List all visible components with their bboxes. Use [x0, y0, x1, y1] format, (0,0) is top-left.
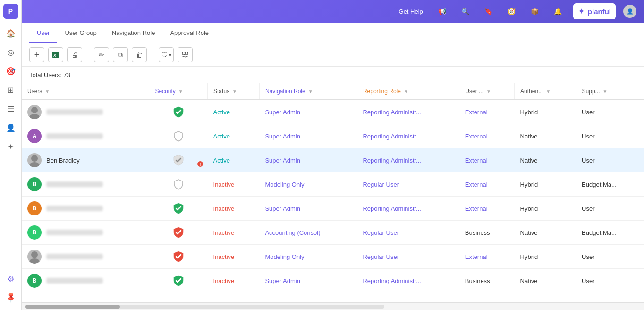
cell-nav-role[interactable]: Super Admin — [259, 124, 357, 148]
svg-point-5 — [29, 114, 40, 119]
delete-button[interactable]: 🗑 — [132, 47, 147, 62]
cell-nav-role[interactable]: Modeling Only — [259, 245, 357, 269]
planful-logo: ✦ planful — [573, 3, 616, 19]
page-area: User User Group Navigation Role Approval… — [22, 23, 644, 310]
cell-reporting-role[interactable]: Regular User — [357, 245, 459, 269]
table-container[interactable]: Users ▼ Security ▼ Statu — [22, 83, 644, 302]
cell-reporting-role[interactable]: Reporting Administr... — [357, 197, 459, 221]
cell-status: Active — [208, 100, 260, 124]
table-row[interactable]: A Active Super Admin Reporting Administr… — [22, 124, 644, 148]
users-table: Users ▼ Security ▼ Statu — [22, 83, 644, 293]
sidebar-item-settings[interactable]: ⚙ — [2, 270, 19, 287]
cell-security — [149, 197, 208, 221]
cell-nav-role[interactable]: Accounting (Consol) — [259, 221, 357, 245]
table-row[interactable]: B Inactive Super Admin Reporting Adminis… — [22, 197, 644, 221]
compass-button[interactable]: 🧭 — [504, 6, 519, 17]
sidebar-item-star[interactable]: ✦ — [2, 138, 19, 155]
cell-user-type: External — [459, 100, 515, 124]
cell-nav-role[interactable]: Super Admin — [259, 100, 357, 124]
edit-button[interactable]: ✏ — [94, 47, 109, 62]
svg-point-4 — [31, 107, 38, 113]
svg-point-11 — [29, 258, 40, 264]
cell-status: Inactive — [208, 245, 260, 269]
sidebar-item-home[interactable]: 🏠 — [2, 25, 19, 42]
horizontal-scrollbar-track[interactable] — [25, 305, 384, 309]
get-help-button[interactable]: Get Help — [395, 6, 427, 17]
bell-button[interactable]: 🔔 — [550, 6, 566, 17]
sidebar-item-circle[interactable]: ◎ — [2, 43, 19, 60]
cell-support: Budget Ma... — [576, 172, 644, 197]
cell-nav-role[interactable]: Super Admin — [259, 197, 357, 221]
user-avatar: B — [27, 177, 42, 191]
cell-user-type: Business — [459, 269, 515, 293]
filter-icon-auth[interactable]: ▼ — [546, 89, 551, 94]
cell-auth: Hybrid — [515, 245, 576, 269]
sidebar-item-grid[interactable]: ⊞ — [2, 81, 19, 98]
cell-auth: Native — [515, 148, 576, 172]
bookmark-button[interactable]: 🔖 — [481, 6, 496, 17]
sidebar-item-pin[interactable]: 📌 — [2, 289, 19, 306]
cell-user-type: External — [459, 124, 515, 148]
shield-dropdown-arrow: ▾ — [169, 52, 171, 58]
table-row[interactable]: Ben Bradley ! Active Super Admin Reporti… — [22, 148, 644, 172]
cube-button[interactable]: 📦 — [527, 6, 542, 17]
cell-reporting-role[interactable]: Reporting Administr... — [357, 100, 459, 124]
cell-status: Inactive — [208, 269, 260, 293]
tab-approval-role[interactable]: Approval Role — [162, 24, 216, 43]
cell-nav-role[interactable]: Modeling Only — [259, 172, 357, 197]
announcement-button[interactable]: 📢 — [434, 6, 450, 17]
cell-reporting-role[interactable]: Reporting Administr... — [357, 269, 459, 293]
table-row[interactable]: B Inactive Accounting (Consol) Regular U… — [22, 221, 644, 245]
sidebar-bottom: ⚙ 📌 — [2, 270, 19, 310]
filter-icon-nav-role[interactable]: ▼ — [308, 89, 313, 94]
cell-reporting-role[interactable]: Regular User — [357, 172, 459, 197]
col-user-type: User ... ▼ — [459, 83, 515, 100]
print-button[interactable]: 🖨 — [67, 47, 82, 62]
col-reporting-role: Reporting Role ▼ — [357, 83, 459, 100]
horizontal-scrollbar-thumb[interactable] — [25, 305, 120, 309]
table-row[interactable]: Active Super Admin Reporting Administr..… — [22, 100, 644, 124]
filter-icon-reporting-role[interactable]: ▼ — [404, 89, 408, 94]
user-avatar — [27, 250, 42, 264]
bottom-scroll-area[interactable] — [22, 302, 644, 310]
filter-icon-status[interactable]: ▼ — [232, 89, 237, 94]
cell-reporting-role[interactable]: Regular User — [357, 221, 459, 245]
tab-navigation-role[interactable]: Navigation Role — [104, 24, 163, 43]
cell-nav-role[interactable]: Super Admin — [259, 269, 357, 293]
user-avatar: B — [27, 274, 42, 288]
tab-user[interactable]: User — [29, 24, 57, 43]
sidebar-item-user[interactable]: 👤 — [2, 119, 19, 136]
sidebar-item-target[interactable]: 🎯 — [2, 62, 19, 79]
svg-point-10 — [31, 251, 38, 258]
cell-reporting-role[interactable]: Reporting Administr... — [357, 124, 459, 148]
filter-icon-security[interactable]: ▼ — [178, 89, 183, 94]
cell-user: B — [22, 221, 149, 245]
table-row[interactable]: Inactive Modeling Only Regular User Exte… — [22, 245, 644, 269]
user-name-blurred — [46, 278, 103, 284]
copy-button[interactable]: ⧉ — [113, 47, 128, 62]
user-name-blurred — [46, 181, 103, 187]
cell-reporting-role[interactable]: Reporting Administr... — [357, 148, 459, 172]
user-avatar-header[interactable]: 👤 — [623, 5, 636, 18]
filter-icon-users[interactable]: ▼ — [45, 89, 50, 94]
excel-button[interactable]: X — [48, 47, 63, 62]
filter-icon-user-type[interactable]: ▼ — [486, 89, 491, 94]
app-logo: P — [3, 4, 18, 19]
shield-button[interactable]: 🛡 ▾ — [159, 47, 174, 62]
users-config-button[interactable] — [178, 47, 193, 62]
tabs-bar: User User Group Navigation Role Approval… — [22, 23, 644, 43]
toolbar: + X 🖨 ✏ ⧉ 🗑 🛡 ▾ — [22, 43, 644, 67]
col-users: Users ▼ — [22, 83, 149, 100]
svg-text:X: X — [53, 53, 56, 58]
col-status: Status ▼ — [208, 83, 260, 100]
search-button[interactable]: 🔍 — [458, 6, 473, 17]
main-content: Get Help 📢 🔍 🔖 🧭 📦 🔔 ✦ planful 👤 User Us… — [22, 0, 644, 310]
filter-icon-support[interactable]: ▼ — [603, 89, 608, 94]
svg-text:!: ! — [199, 162, 201, 167]
add-button[interactable]: + — [29, 47, 44, 62]
tab-user-group[interactable]: User Group — [57, 24, 104, 43]
sidebar-item-list[interactable]: ☰ — [2, 100, 19, 117]
cell-nav-role[interactable]: Super Admin — [259, 148, 357, 172]
table-row[interactable]: B Inactive Super Admin Reporting Adminis… — [22, 269, 644, 293]
table-row[interactable]: B Inactive Modeling Only Regular User Ex… — [22, 172, 644, 197]
